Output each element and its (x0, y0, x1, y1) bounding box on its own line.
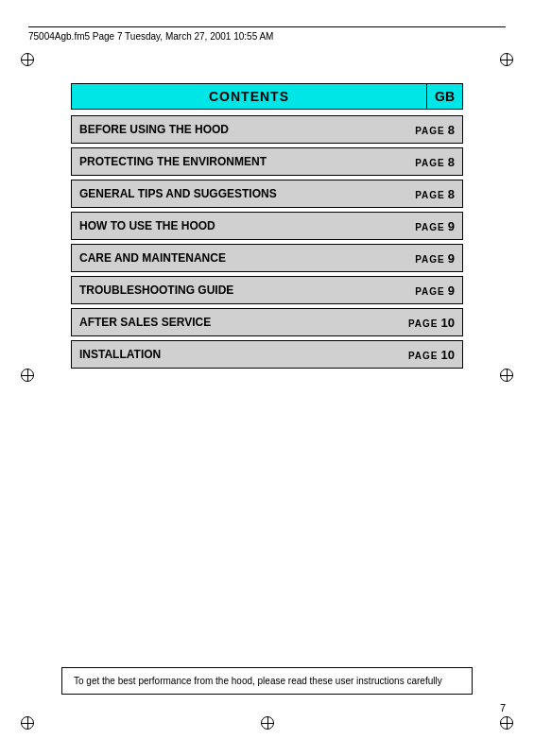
toc-item-page: PAGE8 (415, 155, 455, 169)
cross-mark-mid-right (500, 369, 513, 382)
bottom-note: To get the best performance from the hoo… (61, 667, 473, 695)
toc-item-title: CARE AND MAINTENANCE (79, 251, 226, 265)
header-bar: 75004Agb.fm5 Page 7 Tuesday, March 27, 2… (28, 26, 506, 42)
toc-item: INSTALLATIONPAGE10 (71, 340, 463, 369)
toc-item-page: PAGE10 (408, 316, 455, 330)
toc-item-page: PAGE9 (415, 251, 455, 266)
contents-header-row: CONTENTS GB (71, 83, 463, 110)
contents-title: CONTENTS (72, 84, 426, 109)
toc-item-title: PROTECTING THE ENVIRONMENT (79, 155, 267, 168)
toc-item-title: BEFORE USING THE HOOD (79, 123, 229, 136)
cross-mark-top-left (21, 53, 34, 66)
toc-item-page: PAGE10 (408, 348, 455, 362)
toc-item-page: PAGE8 (415, 123, 455, 137)
toc-item-page: PAGE9 (415, 284, 455, 298)
cross-mark-bottom-center (261, 716, 274, 730)
toc-item: HOW TO USE THE HOODPAGE9 (71, 212, 463, 240)
toc-item-title: HOW TO USE THE HOOD (79, 219, 215, 232)
toc-item-page: PAGE9 (415, 219, 455, 233)
toc-item: GENERAL TIPS AND SUGGESTIONSPAGE8 (71, 180, 463, 208)
toc-list: BEFORE USING THE HOODPAGE8PROTECTING THE… (71, 115, 463, 369)
toc-item-page: PAGE8 (415, 187, 455, 201)
page-number: 7 (500, 702, 506, 713)
page-container: 75004Agb.fm5 Page 7 Tuesday, March 27, 2… (0, 0, 534, 756)
toc-item-title: TROUBLESHOOTING GUIDE (79, 284, 233, 297)
toc-item: TROUBLESHOOTING GUIDEPAGE9 (71, 276, 463, 304)
cross-mark-mid-left (21, 369, 34, 382)
cross-mark-bottom-left (21, 716, 34, 730)
toc-item: PROTECTING THE ENVIRONMENTPAGE8 (71, 147, 463, 176)
header-filename: 75004Agb.fm5 Page 7 Tuesday, March 27, 2… (28, 31, 273, 42)
cross-mark-bottom-right (500, 716, 513, 730)
toc-item: BEFORE USING THE HOODPAGE8 (71, 115, 463, 144)
toc-item: AFTER SALES SERVICEPAGE10 (71, 308, 463, 336)
cross-mark-top-right (500, 53, 513, 66)
toc-item-title: INSTALLATION (79, 348, 161, 361)
toc-item-title: GENERAL TIPS AND SUGGESTIONS (79, 187, 277, 200)
toc-item: CARE AND MAINTENANCEPAGE9 (71, 244, 463, 272)
main-content: CONTENTS GB BEFORE USING THE HOODPAGE8PR… (71, 83, 463, 372)
contents-gb-label: GB (426, 84, 462, 109)
toc-item-title: AFTER SALES SERVICE (79, 316, 211, 329)
